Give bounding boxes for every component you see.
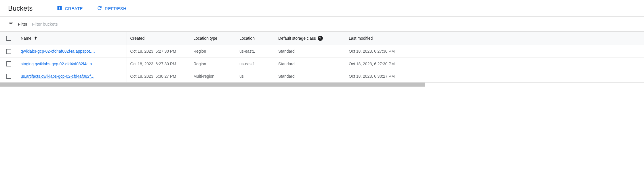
cell-last-modified: Oct 18, 2023, 6:30:27 PM: [345, 70, 644, 82]
refresh-icon: [97, 5, 102, 12]
cell-location: us-east1: [236, 45, 275, 58]
horizontal-scrollbar[interactable]: [0, 83, 425, 87]
table-row: us.artifacts.qwiklabs-gcp-02-cfd4af082f……: [0, 70, 644, 82]
cell-storage-class: Standard: [275, 45, 345, 58]
refresh-button[interactable]: REFRESH: [96, 3, 127, 14]
header-checkbox-cell: [0, 32, 17, 45]
cell-location: us: [236, 70, 275, 82]
cell-last-modified: Oct 18, 2023, 6:27:30 PM: [345, 58, 644, 70]
cell-created: Oct 18, 2023, 6:27:30 PM: [127, 45, 190, 58]
cell-location-type: Region: [190, 45, 236, 58]
cell-location-type: Multi-region: [190, 70, 236, 82]
cell-location: us-east1: [236, 58, 275, 70]
scrollbar-thumb[interactable]: [0, 83, 425, 87]
filter-icon: [8, 21, 14, 27]
create-button[interactable]: CREATE: [56, 3, 84, 14]
sort-ascending-icon: [33, 36, 38, 41]
bucket-name-link[interactable]: us.artifacts.qwiklabs-gcp-02-cfd4af082f…: [21, 74, 95, 79]
row-checkbox[interactable]: [6, 74, 11, 79]
column-header-location-type[interactable]: Location type: [190, 32, 236, 45]
plus-icon: [57, 5, 62, 12]
cell-storage-class: Standard: [275, 58, 345, 70]
row-checkbox[interactable]: [6, 61, 11, 66]
help-icon[interactable]: ?: [318, 36, 323, 41]
column-header-last-modified[interactable]: Last modified: [345, 32, 644, 45]
cell-created: Oct 18, 2023, 6:30:27 PM: [127, 70, 190, 82]
cell-last-modified: Oct 18, 2023, 6:27:30 PM: [345, 45, 644, 58]
filter-bar: Filter: [0, 17, 644, 32]
row-checkbox[interactable]: [6, 49, 11, 54]
top-bar: Buckets CREATE REFRESH: [0, 0, 644, 17]
cell-location-type: Region: [190, 58, 236, 70]
refresh-label: REFRESH: [105, 6, 126, 11]
column-header-created[interactable]: Created: [127, 32, 190, 45]
cell-storage-class: Standard: [275, 70, 345, 82]
cell-created: Oct 18, 2023, 6:27:30 PM: [127, 58, 190, 70]
column-header-name[interactable]: Name: [17, 32, 127, 45]
table-header-row: Name Created Location type Location Defa…: [0, 32, 644, 45]
bucket-name-link[interactable]: staging.qwiklabs-gcp-02-cfd4af082f4a.a…: [21, 62, 96, 66]
bucket-name-link[interactable]: qwiklabs-gcp-02-cfd4af082f4a.appspot.…: [21, 49, 95, 54]
filter-label: Filter: [18, 22, 27, 26]
table-row: staging.qwiklabs-gcp-02-cfd4af082f4a.a…O…: [0, 58, 644, 70]
svg-rect-2: [58, 8, 61, 8]
table-row: qwiklabs-gcp-02-cfd4af082f4a.appspot.…Oc…: [0, 45, 644, 58]
page-title: Buckets: [8, 4, 33, 12]
column-header-storage-class[interactable]: Default storage class ?: [275, 32, 345, 45]
filter-input[interactable]: [31, 21, 118, 27]
column-header-location[interactable]: Location: [236, 32, 275, 45]
create-label: CREATE: [65, 6, 83, 11]
buckets-table: Name Created Location type Location Defa…: [0, 32, 644, 83]
select-all-checkbox[interactable]: [6, 36, 11, 41]
column-name-label: Name: [21, 36, 31, 41]
